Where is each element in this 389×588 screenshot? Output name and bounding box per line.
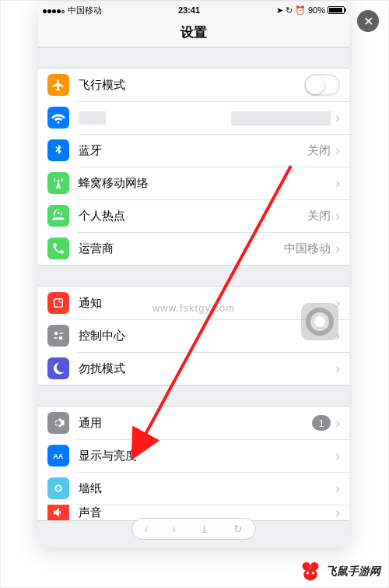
- download-icon[interactable]: ⤓: [200, 523, 209, 535]
- airplane-toggle[interactable]: [304, 74, 340, 96]
- row-value-blurred: ████████████: [231, 111, 331, 125]
- chevron-right-icon: ›: [335, 175, 340, 192]
- badge: 1: [312, 415, 331, 431]
- bluetooth-icon: [47, 139, 69, 161]
- close-button[interactable]: ✕: [357, 10, 379, 32]
- antenna-icon: [47, 172, 69, 194]
- chevron-right-icon: ›: [335, 361, 340, 377]
- row-label: 蓝牙: [79, 143, 307, 158]
- airplane-icon: [47, 74, 69, 96]
- lock-rotation-icon: ↻: [286, 5, 293, 16]
- svg-point-2: [54, 332, 58, 336]
- alarm-icon: ⏰: [295, 5, 306, 16]
- sound-icon: [47, 505, 69, 520]
- row-dnd[interactable]: 勿扰模式 ›: [38, 352, 349, 385]
- row-label: 飞行模式: [79, 78, 304, 93]
- row-value: 关闭: [307, 209, 331, 224]
- svg-point-16: [312, 572, 315, 575]
- row-airplane[interactable]: 飞行模式: [38, 69, 349, 101]
- row-display[interactable]: AA 显示与亮度 ›: [38, 439, 349, 472]
- chevron-right-icon: ›: [335, 448, 340, 464]
- next-icon[interactable]: ›: [172, 523, 176, 535]
- row-hotspot[interactable]: 个人热点 关闭 ›: [38, 199, 349, 232]
- page-title: 设置: [180, 23, 207, 41]
- chevron-right-icon: ›: [335, 110, 340, 126]
- status-time: 23:41: [102, 5, 276, 15]
- row-wifi[interactable]: Wi-Fi ████████████ ›: [38, 101, 349, 134]
- row-value: 关闭: [307, 143, 331, 158]
- rotate-icon[interactable]: ↻: [233, 523, 243, 535]
- svg-point-9: [56, 489, 58, 491]
- row-label: 勿扰模式: [79, 361, 335, 376]
- site-watermark: 飞鼠手游网: [300, 561, 380, 583]
- chevron-right-icon: ›: [335, 415, 340, 431]
- prev-icon[interactable]: ‹: [145, 523, 149, 535]
- chevron-right-icon: ›: [335, 481, 340, 497]
- site-watermark-text: 飞鼠手游网: [326, 565, 380, 579]
- chevron-right-icon: ›: [335, 241, 340, 257]
- phone-screenshot: 中国移动 23:41 ➤ ↻ ⏰ 90% 设置 飞行模式: [38, 2, 349, 548]
- battery-pct: 90%: [308, 5, 325, 15]
- svg-point-1: [59, 299, 63, 303]
- chevron-right-icon: ›: [335, 208, 340, 224]
- signal-dots-icon: [43, 5, 65, 15]
- svg-point-14: [303, 569, 317, 581]
- phone-icon: [47, 238, 69, 259]
- row-carrier[interactable]: 运营商 中国移动 ›: [38, 232, 349, 265]
- notifications-icon: [47, 292, 69, 314]
- row-cellular[interactable]: 蜂窝移动网络 ›: [38, 167, 349, 199]
- row-label: 显示与亮度: [79, 449, 335, 463]
- row-label: 墙纸: [79, 481, 335, 496]
- close-icon: ✕: [363, 14, 373, 29]
- svg-point-15: [307, 572, 310, 575]
- row-label: 运营商: [79, 241, 284, 256]
- chevron-right-icon: ›: [335, 505, 340, 520]
- image-viewer-toolbar[interactable]: ‹ › ⤓ ↻: [131, 518, 256, 540]
- chevron-right-icon: ›: [335, 143, 340, 159]
- row-value: 中国移动: [284, 241, 331, 256]
- hotspot-icon: [47, 205, 69, 227]
- row-wallpaper[interactable]: 墙纸 ›: [38, 472, 349, 505]
- row-label: 控制中心: [79, 329, 335, 343]
- article-frame: ✕ 中国移动 23:41 ➤ ↻ ⏰ 90% 设置: [0, 0, 389, 588]
- wallpaper-icon: [47, 477, 69, 499]
- row-label: 个人热点: [79, 209, 307, 224]
- svg-text:AA: AA: [53, 452, 63, 460]
- svg-point-6: [58, 484, 59, 486]
- svg-point-8: [55, 486, 57, 488]
- control-center-icon: [47, 325, 69, 347]
- svg-point-10: [59, 489, 61, 491]
- battery-icon: [328, 6, 345, 14]
- wifi-icon: [47, 107, 69, 129]
- carrier-label: 中国移动: [68, 5, 102, 16]
- svg-point-3: [59, 336, 63, 340]
- moon-icon: [47, 357, 69, 379]
- assistive-touch-button[interactable]: [301, 303, 338, 340]
- settings-group-network: 飞行模式 Wi-Fi ████████████ › 蓝牙 关闭 › 蜂窝移动网络…: [38, 68, 349, 266]
- status-bar: 中国移动 23:41 ➤ ↻ ⏰ 90%: [38, 2, 349, 18]
- watermark-url: www.fsktgy.com: [152, 302, 235, 314]
- display-icon: AA: [47, 445, 69, 467]
- location-icon: ➤: [276, 5, 283, 16]
- settings-group-general: 通用 1 › AA 显示与亮度 › 墙纸 › 声音 ›: [38, 406, 349, 521]
- row-general[interactable]: 通用 1 ›: [38, 407, 349, 439]
- row-label: 通用: [79, 416, 312, 431]
- nav-bar: 设置: [38, 18, 349, 48]
- row-label: 蜂窝移动网络: [79, 176, 335, 191]
- row-bluetooth[interactable]: 蓝牙 关闭 ›: [38, 134, 349, 167]
- svg-point-7: [60, 486, 61, 488]
- row-label: Wi-Fi: [79, 111, 231, 125]
- gear-icon: [47, 412, 69, 434]
- mouse-logo-icon: [300, 561, 321, 583]
